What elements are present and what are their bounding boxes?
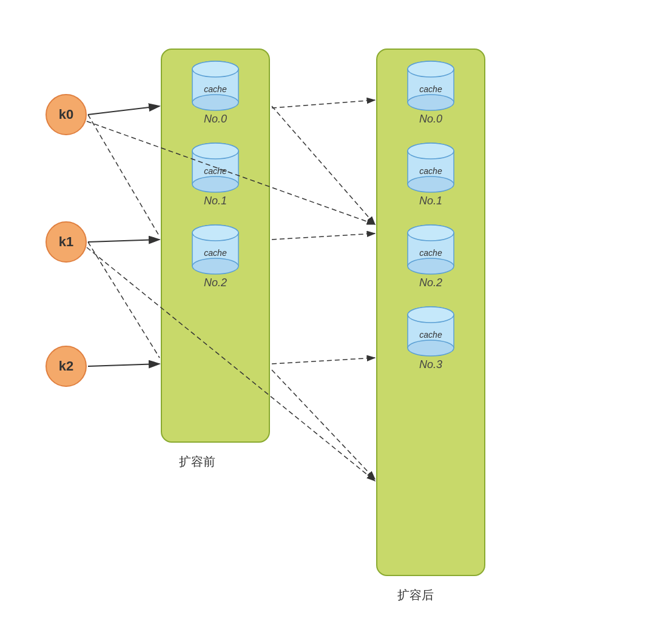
key-k2: k2 [46, 346, 87, 387]
arrows-overlay [0, 0, 671, 644]
svg-line-56 [88, 242, 160, 358]
svg-point-47 [408, 307, 454, 323]
svg-text:cache: cache [204, 248, 227, 258]
after-cache-0: cache No.0 [403, 58, 458, 130]
svg-point-2 [192, 95, 238, 110]
svg-line-51 [88, 240, 160, 242]
cylinder-after-3: cache [403, 304, 458, 358]
after-cache-2: cache No.2 [403, 222, 458, 294]
svg-point-40 [408, 225, 454, 241]
svg-point-26 [408, 61, 454, 77]
svg-line-57 [272, 358, 375, 364]
svg-text:cache: cache [419, 248, 442, 258]
before-cache-2: cache No.2 [188, 222, 243, 294]
svg-point-5 [192, 61, 238, 77]
svg-point-23 [408, 95, 454, 110]
cylinder-before-0: cache [188, 58, 243, 113]
svg-point-19 [192, 225, 238, 241]
svg-point-33 [408, 143, 454, 159]
svg-line-54 [272, 106, 375, 224]
svg-text:cache: cache [204, 166, 227, 176]
svg-text:cache: cache [204, 84, 227, 94]
cylinder-after-2: cache [403, 222, 458, 277]
svg-point-30 [408, 176, 454, 192]
svg-point-44 [408, 340, 454, 356]
before-node-label-0: No.0 [204, 113, 227, 126]
after-node-label-0: No.0 [419, 113, 442, 126]
svg-point-12 [192, 143, 238, 159]
svg-line-55 [272, 233, 375, 240]
after-node-label-2: No.2 [419, 277, 442, 289]
key-k0: k0 [46, 94, 87, 135]
after-node-label-3: No.3 [419, 358, 442, 371]
svg-text:cache: cache [419, 330, 442, 340]
after-panel: cache No.0 cache No.1 [376, 49, 485, 576]
svg-line-50 [88, 106, 160, 115]
before-cache-1: cache No.1 [188, 140, 243, 212]
svg-line-58 [272, 370, 375, 479]
svg-point-9 [192, 176, 238, 192]
svg-text:cache: cache [419, 166, 442, 176]
before-node-label-1: No.1 [204, 195, 227, 207]
after-node-label-1: No.1 [419, 195, 442, 207]
cylinder-before-1: cache [188, 140, 243, 195]
svg-point-16 [192, 258, 238, 274]
cylinder-after-0: cache [403, 58, 458, 113]
svg-line-61 [272, 100, 375, 108]
cylinder-before-2: cache [188, 222, 243, 277]
before-caption: 扩容前 [179, 454, 215, 470]
before-panel: cache No.0 cache No.1 [161, 49, 270, 443]
svg-line-52 [88, 364, 160, 366]
svg-text:cache: cache [419, 84, 442, 94]
diagram-container: k0 k1 k2 cache No.0 [0, 0, 671, 644]
before-node-label-2: No.2 [204, 277, 227, 289]
cylinder-after-1: cache [403, 140, 458, 195]
before-cache-0: cache No.0 [188, 58, 243, 130]
after-cache-1: cache No.1 [403, 140, 458, 212]
after-caption: 扩容后 [397, 587, 434, 603]
svg-line-53 [88, 115, 160, 236]
after-cache-3: cache No.3 [403, 304, 458, 376]
svg-point-37 [408, 258, 454, 274]
key-k1: k1 [46, 221, 87, 263]
